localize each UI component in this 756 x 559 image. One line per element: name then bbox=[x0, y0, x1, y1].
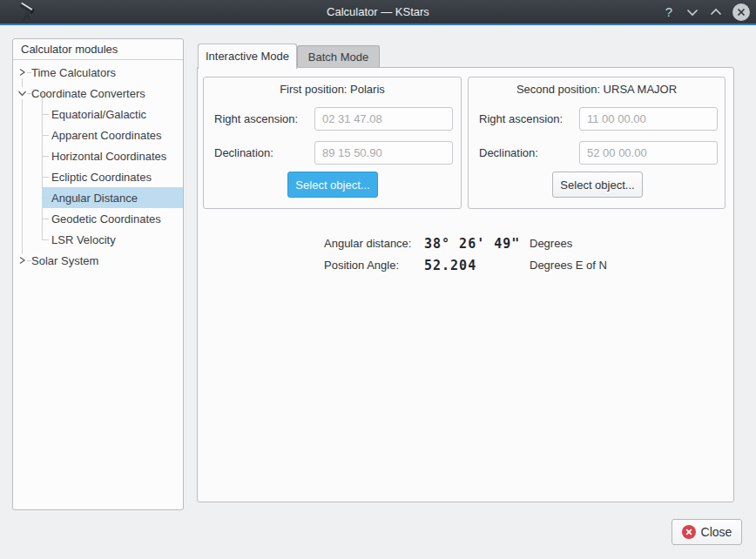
chevron-right-icon[interactable] bbox=[17, 66, 27, 78]
tree-item-label: Time Calculators bbox=[31, 66, 116, 79]
tree-item-label: Apparent Coordinates bbox=[51, 129, 161, 142]
sidebar-item-time-calculators[interactable]: Time Calculators bbox=[13, 62, 183, 83]
chevron-down-icon bbox=[686, 7, 699, 17]
first-ra-input[interactable] bbox=[314, 107, 453, 131]
close-button-label: Close bbox=[701, 525, 732, 539]
red-circled-x-icon bbox=[682, 525, 696, 539]
tree-item-label: Horizontal Coordinates bbox=[51, 150, 166, 163]
calculator-modules-panel: Calculator modules Time Calculators Coor… bbox=[12, 38, 184, 510]
sidebar-item-solar-system[interactable]: Solar System bbox=[13, 250, 183, 271]
second-select-object-button[interactable]: Select object... bbox=[552, 172, 643, 198]
titlebar[interactable]: Calculator — KStars ? bbox=[0, 0, 756, 24]
second-dec-label: Declination: bbox=[479, 141, 538, 165]
tree-item-label: LSR Velocity bbox=[51, 233, 116, 246]
tree-item-label: Coordinate Converters bbox=[31, 87, 145, 100]
sidebar-item-lsr-velocity[interactable]: LSR Velocity bbox=[42, 229, 183, 250]
sidebar-item-coordinate-converters[interactable]: Coordinate Converters bbox=[13, 83, 183, 104]
sidebar-item-horizontal-coordinates[interactable]: Horizontal Coordinates bbox=[42, 145, 183, 166]
first-select-object-button[interactable]: Select object... bbox=[287, 172, 378, 198]
close-button[interactable]: Close bbox=[672, 519, 742, 545]
first-position-title: First position: Polaris bbox=[204, 83, 461, 96]
position-angle-value: 52.204 bbox=[424, 258, 530, 273]
tab-interactive-mode[interactable]: Interactive Mode bbox=[198, 44, 297, 69]
results-area: Angular distance: 38° 26' 49" Degrees Po… bbox=[324, 232, 607, 276]
tree-item-label: Equatorial/Galactic bbox=[51, 108, 146, 121]
second-position-title: Second position: URSA MAJOR bbox=[469, 83, 725, 96]
tree-item-label: Geodetic Coordinates bbox=[51, 212, 161, 226]
angular-distance-value: 38° 26' 49" bbox=[424, 236, 530, 252]
titlebar-controls: ? bbox=[662, 0, 750, 24]
first-dec-label: Declination: bbox=[214, 141, 273, 165]
sidebar-item-angular-distance[interactable]: Angular Distance bbox=[42, 187, 183, 208]
tab-batch-mode[interactable]: Batch Mode bbox=[297, 45, 380, 68]
kstars-calculator-window: Calculator — KStars ? Calculator modules bbox=[0, 0, 756, 559]
tree-item-label: Solar System bbox=[31, 254, 98, 267]
window-title: Calculator — KStars bbox=[0, 0, 756, 24]
first-position-groupbox: First position: Polaris Right ascension:… bbox=[203, 77, 462, 209]
sidebar-header: Calculator modules bbox=[13, 39, 183, 60]
position-angle-unit: Degrees E of N bbox=[530, 259, 607, 272]
first-ra-label: Right ascension: bbox=[214, 107, 298, 131]
angular-distance-label: Angular distance: bbox=[324, 237, 424, 250]
chevron-down-icon[interactable] bbox=[17, 87, 27, 99]
sidebar-item-ecliptic-coordinates[interactable]: Ecliptic Coordinates bbox=[42, 166, 183, 187]
shade-button[interactable] bbox=[685, 4, 699, 20]
sidebar-item-apparent-coordinates[interactable]: Apparent Coordinates bbox=[42, 125, 183, 145]
close-window-button[interactable] bbox=[732, 3, 750, 21]
chevron-up-icon bbox=[710, 7, 722, 17]
sidebar-item-geodetic-coordinates[interactable]: Geodetic Coordinates bbox=[42, 208, 183, 229]
second-dec-input[interactable] bbox=[579, 141, 718, 165]
sidebar-item-equatorial-galactic[interactable]: Equatorial/Galactic bbox=[42, 104, 183, 125]
second-position-groupbox: Second position: URSA MAJOR Right ascens… bbox=[468, 77, 726, 209]
tree-item-label: Ecliptic Coordinates bbox=[51, 171, 152, 184]
interactive-mode-panel: First position: Polaris Right ascension:… bbox=[197, 67, 734, 502]
first-dec-input[interactable] bbox=[314, 141, 453, 165]
chevron-right-icon[interactable] bbox=[17, 254, 27, 266]
tree-item-label: Angular Distance bbox=[51, 192, 138, 205]
close-icon bbox=[737, 8, 746, 17]
question-mark-icon: ? bbox=[665, 5, 672, 19]
titlebar-accent-line bbox=[0, 24, 756, 25]
maximize-button[interactable] bbox=[709, 4, 723, 20]
angular-distance-unit: Degrees bbox=[530, 237, 607, 250]
second-ra-input[interactable] bbox=[579, 107, 718, 131]
second-ra-label: Right ascension: bbox=[479, 107, 563, 131]
position-angle-label: Position Angle: bbox=[324, 259, 424, 272]
help-button[interactable]: ? bbox=[662, 4, 676, 20]
module-tree: Time Calculators Coordinate Converters E… bbox=[13, 60, 183, 271]
